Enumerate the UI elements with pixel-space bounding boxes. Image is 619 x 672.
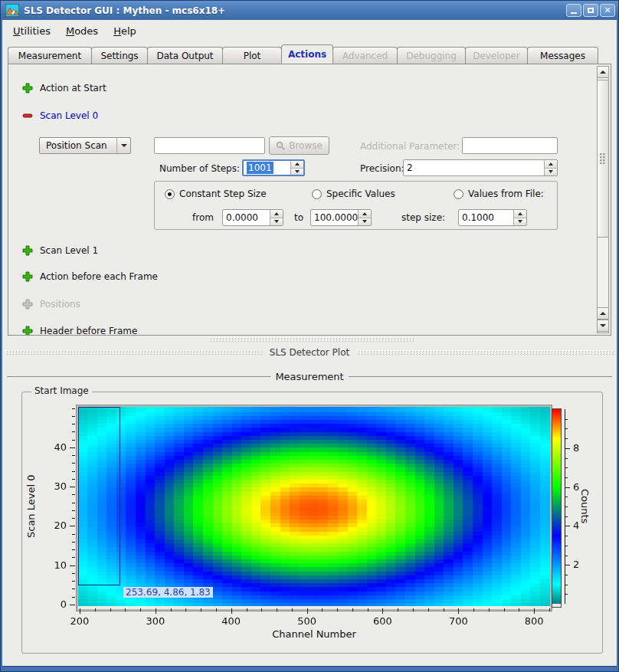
- y-minor-tick: [72, 597, 75, 598]
- heatmap-plot[interactable]: [78, 407, 550, 606]
- scrollbar-thumb[interactable]: [597, 80, 609, 238]
- titlebar[interactable]: SLS Detector GUI : Mythen - mcs6x18+ ✕: [1, 1, 618, 20]
- y-minor-tick: [72, 518, 75, 519]
- menu-utilities[interactable]: Utilities: [7, 23, 57, 39]
- z-minor-tick: [565, 594, 568, 595]
- z-minor-tick: [565, 419, 568, 420]
- scan-level-0-item[interactable]: Scan Level 0: [22, 110, 98, 121]
- scan-level-1-item[interactable]: Scan Level 1: [22, 245, 98, 256]
- dock-title-bar[interactable]: SLS Detector Plot: [5, 346, 614, 359]
- arrow-down-icon: [518, 220, 522, 223]
- z-minor-tick: [565, 438, 568, 439]
- y-minor-tick: [72, 494, 75, 495]
- heatmap-canvas-frame: [77, 405, 552, 611]
- tab-settings[interactable]: Settings: [91, 47, 148, 64]
- scan-script-input[interactable]: [154, 137, 265, 154]
- header-before-frame-item[interactable]: Header before Frame: [22, 326, 137, 336]
- x-minor-tick: [201, 608, 201, 611]
- measurement-title: Measurement: [270, 371, 348, 382]
- z-tick-label: 6: [573, 481, 588, 493]
- tab-measurement[interactable]: Measurement: [8, 47, 92, 64]
- minimize-button[interactable]: [566, 4, 581, 17]
- radio-specific-values[interactable]: Specific Values: [312, 188, 395, 199]
- close-icon: ✕: [601, 5, 614, 16]
- actions-scrollbar[interactable]: [597, 66, 609, 333]
- spin-up-button[interactable]: [514, 210, 526, 218]
- spin-up-button[interactable]: [291, 161, 303, 169]
- action-item-label: Action at Start: [40, 83, 106, 93]
- z-minor-tick: [565, 477, 568, 478]
- plus-icon[interactable]: [22, 326, 33, 336]
- x-major-tick: [156, 608, 156, 614]
- z-minor-tick: [565, 458, 568, 459]
- from-spinbox[interactable]: 0.0000: [222, 209, 283, 226]
- spin-down-button[interactable]: [545, 169, 557, 176]
- x-minor-tick: [368, 608, 368, 611]
- to-spinbox[interactable]: 100.0000: [310, 209, 372, 226]
- tab-actions[interactable]: Actions: [281, 44, 333, 64]
- divider: [349, 376, 612, 377]
- y-minor-tick: [72, 534, 75, 535]
- plus-icon[interactable]: [22, 245, 33, 256]
- window-body: Utilities Modes Help Measurement Setting…: [2, 20, 617, 667]
- spin-down-button[interactable]: [291, 169, 303, 175]
- y-axis-title: Scan Level 0: [25, 430, 37, 583]
- from-value: 0.0000: [223, 210, 270, 225]
- plus-icon[interactable]: [22, 83, 33, 93]
- start-image-groupbox: Start Image Scan Level 0 253.69, 4.86, 1…: [21, 392, 603, 654]
- minus-icon[interactable]: [22, 110, 33, 121]
- spin-up-button[interactable]: [359, 210, 371, 218]
- radio-label: Values from File:: [468, 188, 544, 199]
- x-tick-label: 700: [439, 615, 477, 627]
- x-axis-title: Channel Number: [78, 628, 550, 640]
- spin-up-button[interactable]: [270, 210, 283, 218]
- x-tick-label: 400: [212, 615, 251, 627]
- z-minor-tick: [565, 467, 568, 468]
- action-before-frame-item[interactable]: Action before each Frame: [22, 271, 158, 282]
- browse-button: Browse: [269, 136, 329, 155]
- z-axis-title: Counts: [579, 457, 591, 556]
- x-minor-tick: [473, 608, 474, 611]
- x-minor-tick: [398, 608, 398, 611]
- positions-item: Positions: [22, 299, 80, 310]
- number-of-steps-label: Number of Steps:: [159, 163, 240, 174]
- menu-modes[interactable]: Modes: [60, 23, 104, 39]
- scroll-up-button[interactable]: [597, 66, 609, 78]
- maximize-button[interactable]: [583, 4, 598, 17]
- scan-mode-select[interactable]: Position Scan: [39, 137, 131, 154]
- grip-icon: [600, 153, 606, 164]
- spin-up-button[interactable]: [545, 160, 557, 169]
- z-major-tick: [565, 448, 570, 449]
- radio-label: Constant Step Size: [179, 188, 267, 199]
- splitter-handle[interactable]: [209, 337, 414, 342]
- plus-icon[interactable]: [22, 271, 33, 282]
- combo-dropdown-button[interactable]: [116, 138, 130, 153]
- arrow-up-icon: [295, 162, 300, 166]
- tab-plot[interactable]: Plot: [222, 47, 282, 64]
- scroll-up-button-2[interactable]: [597, 307, 609, 320]
- tab-data-output[interactable]: Data Output: [147, 47, 223, 64]
- spin-down-button[interactable]: [514, 218, 526, 226]
- spin-down-button[interactable]: [270, 218, 283, 226]
- radio-values-from-file[interactable]: Values from File:: [454, 188, 544, 199]
- radio-constant-step-size[interactable]: Constant Step Size: [165, 188, 267, 199]
- action-at-start-item[interactable]: Action at Start: [22, 83, 106, 93]
- menu-help[interactable]: Help: [107, 23, 142, 39]
- precision-spinbox[interactable]: 2: [403, 159, 558, 176]
- step-size-spinbox[interactable]: 0.1000: [458, 209, 527, 226]
- chevron-down-icon: [121, 144, 127, 147]
- scroll-down-button[interactable]: [597, 320, 609, 332]
- close-button[interactable]: ✕: [600, 4, 615, 17]
- spin-down-button[interactable]: [359, 218, 371, 226]
- tab-messages[interactable]: Messages: [527, 47, 598, 64]
- z-minor-tick: [565, 428, 568, 429]
- z-minor-tick: [565, 575, 568, 575]
- arrow-down-icon: [549, 170, 553, 173]
- x-minor-tick: [261, 608, 262, 611]
- y-minor-tick: [72, 455, 75, 456]
- radio-icon: [454, 189, 463, 199]
- additional-parameter-input[interactable]: [462, 137, 558, 154]
- x-tick-label: 200: [61, 615, 99, 627]
- tab-debugging: Debugging: [397, 47, 466, 64]
- number-of-steps-spinbox[interactable]: 1001: [242, 159, 305, 176]
